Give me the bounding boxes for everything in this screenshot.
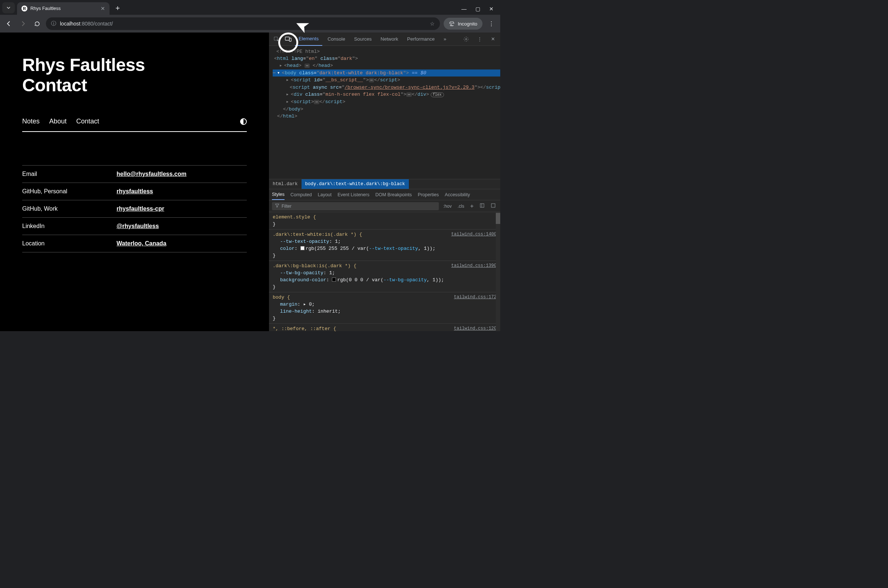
table-row: GitHub, Personalrhysfaultless [22, 183, 247, 200]
rendering-icon[interactable] [489, 203, 497, 209]
favicon: R [21, 6, 27, 12]
cls-toggle[interactable]: .cls [456, 204, 466, 209]
close-devtools-icon[interactable]: ✕ [488, 34, 498, 44]
table-row: LinkedIn@rhysfaultless [22, 217, 247, 235]
page-viewport: Rhys FaultlessContact Notes About Contac… [0, 33, 269, 331]
close-tab-icon[interactable]: ✕ [101, 6, 105, 12]
styles-filter-row: Filter :hov .cls + [269, 200, 500, 212]
svg-point-3 [465, 38, 467, 40]
back-button[interactable] [4, 18, 14, 29]
svg-rect-4 [480, 204, 484, 207]
source-link[interactable]: tailwind.css:1390 [452, 262, 497, 269]
svg-rect-1 [285, 37, 289, 40]
reload-button[interactable] [32, 18, 42, 29]
theme-toggle-icon[interactable] [240, 118, 247, 125]
table-row: LocationWaterloo, Canada [22, 235, 247, 252]
source-link[interactable]: tailwind.css:120 [454, 325, 497, 331]
inspect-icon[interactable] [271, 34, 281, 44]
url-text: localhost:8080/contact/ [60, 21, 113, 27]
css-rule: tailwind.css:172 body { margin: ▸ 0; lin… [269, 292, 500, 324]
crumb-html[interactable]: html.dark [269, 182, 301, 187]
more-tabs-icon[interactable]: » [440, 34, 450, 44]
browser-toolbar: ⓘ localhost:8080/contact/ ☆ Incognito ⋮ [0, 15, 500, 33]
computed-sidebar-icon[interactable] [478, 203, 486, 209]
tab-console[interactable]: Console [324, 33, 349, 46]
styles-pane[interactable]: element.style { } tailwind.css:1400 .dar… [269, 212, 500, 331]
svg-rect-6 [491, 204, 495, 207]
forward-button[interactable] [18, 18, 28, 29]
devtools-menu-icon[interactable]: ⋮ [474, 34, 485, 44]
github-personal-link[interactable]: rhysfaultless [117, 188, 153, 195]
tab-title: Rhys Faultless [30, 6, 98, 11]
tab-search-button[interactable] [2, 2, 15, 13]
site-nav: Notes About Contact [22, 117, 247, 132]
subtab-layout[interactable]: Layout [318, 192, 332, 197]
window-controls: — ▢ ✕ [461, 6, 500, 12]
svg-rect-2 [289, 38, 291, 41]
styles-tabbar: Styles Computed Layout Event Listeners D… [269, 189, 500, 200]
styles-filter-input[interactable]: Filter [272, 202, 439, 210]
css-rule: element.style { } [269, 212, 500, 230]
location-link[interactable]: Waterloo, Canada [117, 240, 167, 247]
table-row: GitHub, Workrhysfaultless-cpr [22, 200, 247, 217]
table-row: Emailhello@rhysfaultless.com [22, 165, 247, 183]
device-toggle-icon[interactable] [283, 34, 293, 44]
browser-tab[interactable]: R Rhys Faultless ✕ [17, 2, 110, 15]
color-swatch[interactable] [332, 278, 336, 282]
address-bar[interactable]: ⓘ localhost:8080/contact/ ☆ [46, 17, 440, 30]
elements-breadcrumb[interactable]: html.dark body.dark\:text-white.dark\:bg… [269, 179, 500, 189]
github-work-link[interactable]: rhysfaultless-cpr [117, 206, 164, 212]
source-link[interactable]: tailwind.css:1400 [452, 231, 497, 238]
filter-placeholder: Filter [281, 204, 292, 209]
subtab-dom-breakpoints[interactable]: DOM Breakpoints [375, 192, 412, 197]
color-swatch[interactable] [300, 246, 304, 250]
site-info-icon[interactable]: ⓘ [51, 20, 56, 27]
new-tab-button[interactable] [113, 3, 123, 13]
nav-about[interactable]: About [49, 117, 66, 125]
minimize-icon[interactable]: — [461, 6, 467, 12]
source-link[interactable]: tailwind.css:172 [454, 294, 497, 301]
subtab-accessibility[interactable]: Accessibility [445, 192, 470, 197]
maximize-icon[interactable]: ▢ [476, 6, 480, 12]
window-titlebar: R Rhys Faultless ✕ — ▢ ✕ [0, 0, 500, 15]
subtab-event-listeners[interactable]: Event Listeners [337, 192, 369, 197]
hov-toggle[interactable]: :hov [442, 204, 453, 209]
subtab-computed[interactable]: Computed [290, 192, 312, 197]
subtab-properties[interactable]: Properties [418, 192, 439, 197]
nav-contact[interactable]: Contact [76, 117, 99, 125]
browser-menu-icon[interactable]: ⋮ [486, 20, 497, 27]
incognito-badge[interactable]: Incognito [444, 18, 483, 30]
nav-notes[interactable]: Notes [22, 117, 39, 125]
crumb-body[interactable]: body.dark\:text-white.dark\:bg-black [301, 179, 409, 189]
email-link[interactable]: hello@rhysfaultless.com [117, 171, 187, 177]
subtab-styles[interactable]: Styles [272, 192, 284, 200]
new-style-rule-icon[interactable]: + [469, 203, 475, 210]
tab-performance[interactable]: Performance [403, 33, 438, 46]
devtools-tabbar: Elements Console Sources Network Perform… [269, 33, 500, 46]
incognito-label: Incognito [458, 21, 477, 27]
elements-tree[interactable]: <!DOCTYPE html> <html lang="en" class="d… [269, 46, 500, 179]
contact-table: Emailhello@rhysfaultless.com GitHub, Per… [22, 165, 247, 252]
filter-icon [275, 203, 279, 209]
page-title: Rhys FaultlessContact [22, 55, 247, 95]
settings-icon[interactable] [461, 34, 471, 44]
close-window-icon[interactable]: ✕ [489, 6, 494, 12]
css-rule: tailwind.css:1400 .dark\:text-white:is(.… [269, 230, 500, 261]
css-rule: tailwind.css:1390 .dark\:bg-black:is(.da… [269, 261, 500, 292]
devtools-panel: Elements Console Sources Network Perform… [269, 33, 500, 331]
incognito-icon [449, 21, 455, 26]
tab-elements[interactable]: Elements [295, 33, 322, 46]
tab-network[interactable]: Network [377, 33, 402, 46]
bookmark-star-icon[interactable]: ☆ [430, 21, 435, 27]
tab-sources[interactable]: Sources [351, 33, 376, 46]
linkedin-link[interactable]: @rhysfaultless [117, 223, 159, 230]
css-rule: tailwind.css:120 *, ::before, ::after { … [269, 324, 500, 331]
